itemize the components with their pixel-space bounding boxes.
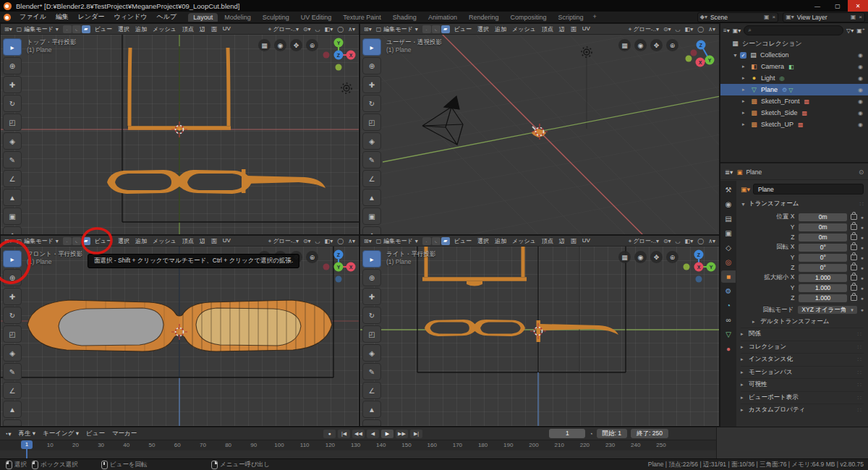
menu-頂点[interactable]: 頂点 [182, 237, 194, 245]
menu-辺[interactable]: 辺 [200, 25, 205, 33]
expand-icon[interactable]: ▸ [742, 75, 749, 81]
inset-faces-tool[interactable]: ▣ [3, 208, 22, 225]
face-select-button[interactable]: ▰ [441, 237, 450, 245]
close-icon[interactable]: × [773, 14, 776, 20]
camera-view-icon[interactable]: ◉ [274, 39, 286, 51]
menu-選択[interactable]: 選択 [477, 237, 489, 245]
section-インスタンス化[interactable]: ▸インスタンス化∷ [741, 353, 864, 366]
visibility-eye-icon[interactable]: ◉ [858, 110, 863, 116]
transform-orientation-dropdown[interactable]: ⌖ グロー-..▾ [629, 25, 659, 33]
animate-dot-icon[interactable]: ● [861, 296, 864, 301]
lock-icon[interactable] [851, 214, 857, 220]
rotate-tool[interactable]: ↻ [362, 307, 381, 324]
visibility-eye-icon[interactable]: ◉ [858, 121, 863, 128]
record-button[interactable]: ● [323, 430, 336, 438]
rotate-tool[interactable]: ↻ [362, 95, 381, 112]
timeline-ruler[interactable]: 1102030405060708090100110120130140150160… [0, 440, 716, 451]
lock-icon[interactable] [851, 244, 857, 250]
tab-uv-editing[interactable]: UV Editing [296, 13, 337, 22]
viewport-front[interactable]: ⊞▾▢編集モード▾∙◟▰ビュー選択追加メッシュ頂点辺面UV⌖ グロー-..▾⊙▾… [0, 235, 359, 427]
blender-menu-icon[interactable] [4, 14, 11, 21]
select-box-tool[interactable]: ▸ [362, 250, 381, 268]
extrude-region-tool[interactable]: ▲ [3, 189, 22, 206]
transform-panel-header[interactable]: ▼ トランスフォーム ∷ [741, 200, 864, 208]
frame-start-field[interactable]: 開始: 1 [597, 429, 627, 438]
menu-辺[interactable]: 辺 [559, 25, 565, 33]
proportional-falloff-icon[interactable]: ∧▾ [708, 26, 715, 33]
visibility-eye-icon[interactable]: ◉ [858, 87, 863, 93]
timeline-menu-キーイング[interactable]: キーイング ▾ [43, 430, 79, 438]
editor-type-icon[interactable]: ⊞▾ [4, 26, 12, 33]
playhead-frame-badge[interactable]: 1 [21, 440, 33, 449]
measure-tool[interactable]: ∠ [362, 382, 381, 399]
section-ビューポート表示[interactable]: ▸ビューポート表示∷ [741, 391, 864, 404]
grid-toggle-icon[interactable]: ▦ [258, 39, 271, 51]
snap-magnet-icon[interactable]: ◡ [676, 238, 681, 244]
tab-animation[interactable]: Animation [423, 13, 462, 22]
animate-dot-icon[interactable]: ● [861, 245, 864, 250]
expand-icon[interactable]: ▸ [742, 98, 749, 104]
tab-compositing[interactable]: Compositing [505, 13, 551, 22]
transform-value-field[interactable]: 0° [799, 254, 847, 262]
visibility-eye-icon[interactable]: ◉ [858, 75, 863, 82]
transform-tool[interactable]: ◈ [3, 344, 22, 362]
new-collection-icon[interactable]: ▣⁺ [856, 27, 865, 34]
snap-dropdown-icon[interactable]: ◧▾ [325, 26, 333, 33]
play-button[interactable]: ▶ [381, 430, 393, 438]
cursor-tool[interactable]: ⊕ [362, 57, 381, 74]
tab-shading[interactable]: Shading [388, 13, 422, 22]
menu-メッシュ[interactable]: メッシュ [512, 25, 536, 33]
mode-dropdown[interactable]: ▢編集モード▾ [17, 237, 59, 245]
properties-tab-view-layer[interactable]: ▣ [721, 227, 736, 239]
pan-hand-icon[interactable]: ✥ [650, 39, 663, 51]
annotate-tool[interactable]: ✎ [3, 151, 22, 168]
scene-selector[interactable]: ◆▾ Scene ▣ × [697, 12, 778, 22]
measure-tool[interactable]: ∠ [3, 382, 22, 399]
outliner-row-Light[interactable]: ▸●Light◎◉ [720, 72, 868, 84]
animate-dot-icon[interactable]: ● [861, 225, 864, 230]
proportional-edit-icon[interactable]: ◯ [697, 26, 704, 33]
viewport-perspective-canvas[interactable]: ユーザー・透視投影(1) Plane ▸⊕✚↻◰◈✎∠▲▣◆∥ ▦◉✥⊕ ZYX [360, 35, 719, 234]
viewport-front-canvas[interactable]: フロント・平行投影(1) Plane ▸⊕✚↻◰◈✎∠▲▣◆∥ ▦◉✥⊕ ZYX… [1, 247, 359, 426]
menu-追加[interactable]: 追加 [495, 25, 506, 33]
lock-icon[interactable] [851, 275, 857, 281]
menu-追加[interactable]: 追加 [135, 237, 147, 245]
extrude-region-tool[interactable]: ▲ [362, 401, 381, 418]
annotate-tool[interactable]: ✎ [362, 151, 381, 168]
menu-選択[interactable]: 選択 [118, 25, 129, 33]
visibility-eye-icon[interactable]: ◉ [858, 98, 863, 105]
section-関係[interactable]: ▸関係∷ [741, 328, 864, 341]
lock-icon[interactable] [851, 295, 857, 301]
maximize-button[interactable]: ▢ [827, 0, 848, 12]
menu-UV[interactable]: UV [582, 25, 590, 33]
scene-name[interactable]: Scene [710, 14, 761, 21]
edge-select-button[interactable]: ◟ [432, 25, 441, 33]
tab-modeling[interactable]: Modeling [219, 13, 256, 22]
proportional-edit-icon[interactable]: ◯ [697, 238, 704, 244]
transform-value-field[interactable]: 0° [799, 244, 847, 252]
properties-tab-tool[interactable]: ⚒ [721, 184, 736, 196]
section-モーションパス[interactable]: ▸モーションパス∷ [741, 366, 864, 379]
outliner-row-シーンコレクション[interactable]: ▦シーンコレクション [720, 38, 868, 49]
grid-toggle-icon[interactable]: ▦ [618, 251, 631, 263]
axis-gizmo[interactable]: ZYX [321, 248, 356, 291]
properties-tab-render[interactable]: ◉ [721, 198, 736, 210]
snap-magnet-icon[interactable]: ◡ [315, 26, 320, 33]
face-select-button[interactable]: ▰ [441, 25, 450, 33]
menu-ヘルプ[interactable]: ヘルプ [157, 12, 177, 22]
expand-icon[interactable]: ▸ [742, 64, 749, 69]
menu-UV[interactable]: UV [223, 237, 231, 245]
viewport-top-canvas[interactable]: トップ・平行投影(1) Plane ▸⊕✚↻◰◈✎∠▲▣◆∥ ▦◉✥⊕ YZX [1, 35, 359, 234]
expand-icon[interactable]: ▸ [742, 121, 749, 127]
proportional-edit-icon[interactable]: ◯ [337, 26, 344, 33]
transform-value-field[interactable]: 0° [799, 264, 847, 272]
pivot-dropdown-icon[interactable]: ⊙▾ [303, 26, 311, 33]
visibility-eye-icon[interactable]: ◉ [858, 64, 863, 70]
pin-icon[interactable]: ⊙ [859, 168, 864, 176]
pan-hand-icon[interactable]: ✥ [650, 251, 663, 263]
menu-面[interactable]: 面 [211, 237, 217, 245]
new-view-layer-icon[interactable]: ▣ [851, 14, 856, 20]
move-tool[interactable]: ✚ [3, 288, 22, 305]
face-select-button[interactable]: ▰ [82, 237, 90, 245]
mode-dropdown[interactable]: ▢編集モード▾ [376, 237, 418, 245]
